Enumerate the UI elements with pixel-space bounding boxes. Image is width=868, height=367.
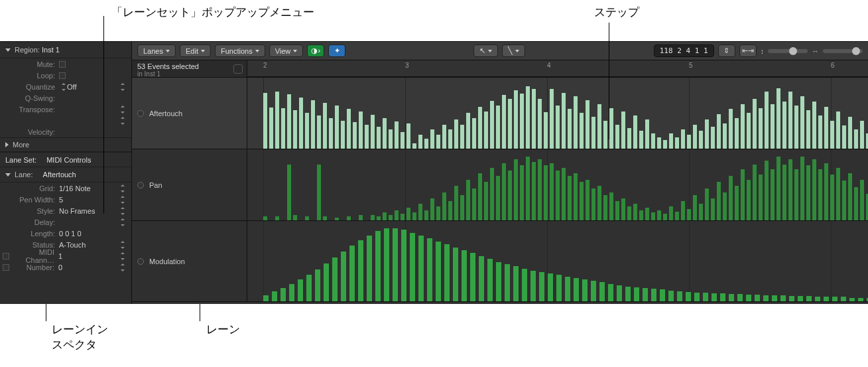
laneset-menu[interactable]: Lane Set: MIDI Controls bbox=[0, 152, 131, 167]
step-bar[interactable] bbox=[780, 295, 786, 301]
step-bar[interactable] bbox=[663, 140, 667, 149]
step-bar[interactable] bbox=[406, 208, 410, 220]
step-bar[interactable] bbox=[389, 215, 393, 220]
step-bar[interactable] bbox=[574, 173, 578, 220]
step-bar[interactable] bbox=[383, 212, 387, 220]
line-tool[interactable]: ╲ bbox=[502, 44, 525, 57]
step-bar[interactable] bbox=[651, 133, 655, 149]
step-bar[interactable] bbox=[323, 216, 327, 220]
step-bar[interactable] bbox=[324, 263, 329, 301]
step-bar[interactable] bbox=[639, 131, 643, 149]
step-bar[interactable] bbox=[556, 171, 560, 220]
stepper-icon[interactable] bbox=[119, 252, 126, 261]
step-bar[interactable] bbox=[548, 273, 553, 301]
step-bar[interactable] bbox=[815, 297, 820, 301]
step-bar[interactable] bbox=[280, 288, 286, 301]
vzoom-slider[interactable] bbox=[768, 49, 808, 53]
stepper-icon[interactable] bbox=[119, 240, 126, 250]
step-bar[interactable] bbox=[608, 284, 613, 301]
step-bar[interactable] bbox=[753, 99, 757, 149]
step-bar[interactable] bbox=[496, 262, 501, 301]
step-bar[interactable] bbox=[765, 161, 769, 220]
step-bar[interactable] bbox=[293, 215, 297, 220]
step-bar[interactable] bbox=[609, 108, 613, 149]
step-bar[interactable] bbox=[723, 192, 727, 220]
step-bar[interactable] bbox=[508, 171, 512, 220]
stepper-icon[interactable] bbox=[119, 218, 126, 227]
step-bar[interactable] bbox=[669, 206, 673, 220]
step-bar[interactable] bbox=[842, 181, 846, 220]
step-bar[interactable] bbox=[472, 188, 476, 220]
stepper-icon[interactable] bbox=[119, 195, 126, 204]
step-bar[interactable] bbox=[824, 163, 828, 220]
delay-row[interactable]: Delay: bbox=[0, 216, 131, 228]
step-bar[interactable] bbox=[418, 135, 422, 149]
velocity-row[interactable]: Velocity: bbox=[0, 126, 131, 137]
step-bar[interactable] bbox=[759, 175, 763, 220]
step-bar[interactable] bbox=[377, 216, 381, 220]
step-bar[interactable] bbox=[753, 165, 757, 220]
lane-header[interactable]: Lane: Aftertouch bbox=[0, 167, 131, 183]
step-bar[interactable] bbox=[341, 121, 345, 149]
step-bar[interactable] bbox=[359, 111, 363, 149]
link-icon[interactable] bbox=[233, 64, 243, 74]
step-bar[interactable] bbox=[848, 173, 852, 220]
step-bar[interactable] bbox=[651, 212, 655, 220]
step-bar[interactable] bbox=[597, 186, 601, 220]
stepper-icon[interactable] bbox=[119, 82, 126, 92]
checkbox-icon[interactable] bbox=[3, 253, 9, 259]
step-bar[interactable] bbox=[424, 139, 428, 149]
step-bar[interactable] bbox=[660, 289, 665, 301]
step-bar[interactable] bbox=[502, 163, 506, 220]
view-menu[interactable]: View bbox=[269, 44, 304, 57]
step-bar[interactable] bbox=[854, 129, 858, 149]
step-bar[interactable] bbox=[263, 93, 267, 149]
step-bar[interactable] bbox=[383, 118, 387, 149]
step-bar[interactable] bbox=[289, 284, 294, 301]
step-bar[interactable] bbox=[347, 216, 351, 220]
step-bar[interactable] bbox=[341, 252, 346, 301]
step-bar[interactable] bbox=[508, 99, 512, 149]
step-bar[interactable] bbox=[836, 168, 840, 220]
step-bar[interactable] bbox=[460, 195, 464, 220]
step-bar[interactable] bbox=[562, 93, 566, 149]
step-bar[interactable] bbox=[830, 121, 834, 149]
step-bar[interactable] bbox=[794, 106, 798, 149]
step-bar[interactable] bbox=[436, 206, 440, 220]
step-bar[interactable] bbox=[287, 94, 291, 149]
step-bar[interactable] bbox=[729, 109, 733, 149]
step-bar[interactable] bbox=[505, 264, 510, 301]
step-bar[interactable] bbox=[836, 111, 840, 149]
step-bar[interactable] bbox=[550, 163, 554, 220]
step-bar[interactable] bbox=[858, 298, 863, 302]
lane-pan[interactable]: Pan bbox=[132, 149, 868, 221]
step-bar[interactable] bbox=[772, 295, 777, 301]
lane-aftertouch[interactable]: Aftertouch bbox=[132, 78, 868, 149]
step-bar[interactable] bbox=[311, 100, 315, 149]
step-bar[interactable] bbox=[478, 107, 482, 149]
step-bar[interactable] bbox=[315, 269, 320, 301]
step-bar[interactable] bbox=[412, 212, 416, 220]
step-bar[interactable] bbox=[694, 293, 700, 301]
step-bar[interactable] bbox=[782, 165, 786, 220]
step-bar[interactable] bbox=[538, 99, 542, 149]
step-bar[interactable] bbox=[367, 236, 372, 301]
step-bar[interactable] bbox=[675, 137, 679, 149]
step-bar[interactable] bbox=[633, 204, 637, 220]
quantize-row[interactable]: QuantizeOff bbox=[0, 81, 131, 92]
step-bar[interactable] bbox=[681, 129, 685, 149]
step-bar[interactable] bbox=[627, 206, 631, 220]
step-bar[interactable] bbox=[625, 287, 631, 301]
step-bar[interactable] bbox=[759, 108, 763, 149]
step-bar[interactable] bbox=[609, 192, 613, 220]
step-bar[interactable] bbox=[712, 293, 717, 301]
step-bar[interactable] bbox=[442, 125, 446, 149]
step-bar[interactable] bbox=[520, 94, 524, 149]
step-bar[interactable] bbox=[479, 256, 484, 301]
step-bar[interactable] bbox=[347, 109, 351, 149]
more-row[interactable]: More bbox=[0, 137, 131, 152]
step-bar[interactable] bbox=[453, 248, 458, 301]
step-bar[interactable] bbox=[634, 287, 639, 301]
step-bar[interactable] bbox=[299, 98, 303, 149]
step-bar[interactable] bbox=[263, 295, 269, 301]
